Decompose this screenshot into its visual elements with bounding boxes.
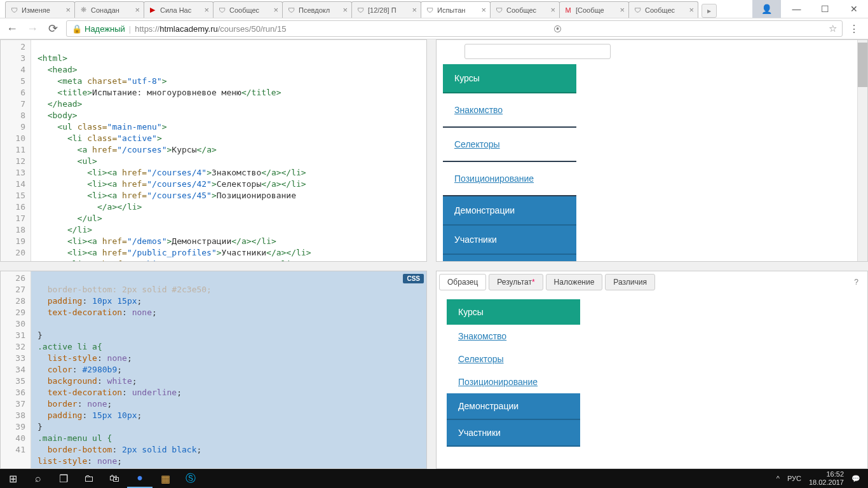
- translate-icon[interactable]: ⦿: [553, 24, 562, 34]
- tab-sample[interactable]: Образец: [439, 274, 486, 290]
- taskbar: ⊞ ⌕ ❐ 🗀 🛍 ● ▦ Ⓢ ^ РУС 16:52 18.02.2017 💬: [0, 469, 868, 488]
- tab-overlay[interactable]: Наложение: [546, 274, 603, 290]
- youtube-icon: ▶: [148, 6, 157, 15]
- clock[interactable]: 16:52 18.02.2017: [809, 470, 844, 487]
- scrollbar[interactable]: [857, 40, 867, 261]
- shield-icon: 🛡: [633, 6, 642, 15]
- system-tray: ^ РУС 16:52 18.02.2017 💬: [776, 470, 868, 487]
- browser-tab-active[interactable]: 🛡Испытан×: [421, 1, 491, 18]
- help-icon[interactable]: ?: [848, 274, 865, 290]
- css-editor-panel[interactable]: CSS 26272829303132333435363738394041 bor…: [0, 271, 427, 469]
- close-icon[interactable]: ×: [412, 5, 417, 15]
- lock-icon: 🔒 Надежный: [72, 24, 125, 34]
- shield-icon: 🛡: [494, 6, 503, 15]
- preview-input[interactable]: [465, 44, 611, 59]
- language-indicator[interactable]: РУС: [787, 475, 801, 482]
- tab-diff[interactable]: Различия: [605, 274, 655, 290]
- submenu-item[interactable]: Селекторы: [447, 348, 580, 370]
- url-field[interactable]: 🔒 Надежный | https://htmlacademy.ru/cour…: [66, 20, 843, 37]
- browser-tab[interactable]: ❋Сонадан×: [74, 1, 144, 18]
- window-controls: 👤 — ☐ ✕: [752, 0, 868, 18]
- sample-preview-panel: Образец Результат Наложение Различия ? К…: [436, 271, 868, 469]
- back-button[interactable]: ←: [5, 22, 19, 36]
- skype-icon[interactable]: Ⓢ: [178, 469, 203, 488]
- search-icon[interactable]: ⌕: [25, 469, 51, 488]
- submenu-item[interactable]: Позиционирование: [443, 162, 576, 196]
- menu-item-achievements[interactable]: Достижения: [443, 255, 576, 262]
- shield-icon: 🛡: [217, 6, 226, 15]
- tab-result[interactable]: Результат: [489, 274, 543, 290]
- browser-tab[interactable]: 🛡[12/28] П×: [351, 1, 421, 18]
- app-icon[interactable]: ▦: [153, 469, 178, 488]
- forward-button[interactable]: →: [25, 22, 39, 36]
- browser-tab[interactable]: M[Сообще×: [559, 1, 629, 18]
- menu-item-demos[interactable]: Демонстрации: [443, 196, 576, 226]
- browser-tab[interactable]: 🛡Сообщес×: [490, 1, 560, 18]
- html-code[interactable]: <html> <head> <meta charset="utf-8"> <ti…: [31, 40, 426, 262]
- shield-icon: 🛡: [287, 6, 295, 15]
- css-badge: CSS: [403, 274, 424, 283]
- close-icon[interactable]: ×: [204, 5, 209, 15]
- start-button[interactable]: ⊞: [0, 469, 25, 488]
- gmail-icon: M: [564, 6, 573, 15]
- star-icon[interactable]: ☆: [829, 23, 837, 34]
- menu-item-demos[interactable]: Демонстрации: [447, 393, 580, 420]
- browser-tab[interactable]: 🛡Сообщес×: [628, 1, 698, 18]
- shield-icon: 🛡: [10, 6, 18, 15]
- submenu-item[interactable]: Знакомство: [443, 93, 576, 128]
- tray-up-icon[interactable]: ^: [776, 475, 780, 482]
- css-code[interactable]: border-bottom: 2px solid #2c3e50; paddin…: [31, 271, 426, 469]
- reload-button[interactable]: ⟳: [46, 22, 60, 36]
- close-icon[interactable]: ×: [550, 5, 555, 15]
- menu-item-members[interactable]: Участники: [443, 226, 576, 255]
- close-icon[interactable]: ×: [689, 5, 694, 15]
- result-preview-panel: Курсы Знакомство Селекторы Позиционирова…: [436, 39, 868, 262]
- menu-icon[interactable]: ⋮: [849, 23, 863, 35]
- url-text: https://htmlacademy.ru/courses/50/run/15: [135, 24, 286, 34]
- preview-tab-row: Образец Результат Наложение Различия ?: [437, 271, 867, 290]
- close-window-button[interactable]: ✕: [839, 0, 868, 18]
- close-icon[interactable]: ×: [342, 5, 348, 15]
- maximize-button[interactable]: ☐: [811, 0, 839, 18]
- profile-icon[interactable]: 👤: [752, 0, 781, 18]
- close-icon[interactable]: ×: [135, 5, 140, 15]
- close-icon[interactable]: ×: [620, 5, 625, 15]
- task-view-icon[interactable]: ❐: [51, 469, 76, 488]
- address-bar: ← → ⟳ 🔒 Надежный | https://htmlacademy.r…: [0, 18, 868, 39]
- submenu-item[interactable]: Селекторы: [443, 128, 576, 162]
- minimize-button[interactable]: —: [782, 0, 811, 18]
- menu-item-members[interactable]: Участники: [447, 420, 580, 447]
- browser-tab-strip: 🛡Изменяе× ❋Сонадан× ▶Сила Нас× 🛡Сообщес×…: [0, 0, 868, 18]
- sample-menu: Курсы Знакомство Селекторы Позиционирова…: [447, 299, 580, 447]
- file-explorer-icon[interactable]: 🗀: [76, 469, 102, 488]
- line-gutter: 234567891011121314151617181920: [1, 40, 31, 261]
- result-menu: Курсы Знакомство Селекторы Позиционирова…: [443, 64, 576, 262]
- new-tab-button[interactable]: ▸: [702, 4, 717, 18]
- menu-item-courses[interactable]: Курсы: [447, 299, 580, 325]
- spinner-icon: ❋: [79, 6, 88, 15]
- page-content: 234567891011121314151617181920 <html> <h…: [0, 39, 868, 469]
- browser-tab[interactable]: ▶Сила Нас×: [144, 1, 214, 18]
- close-icon[interactable]: ×: [481, 5, 486, 15]
- submenu-item[interactable]: Позиционирование: [447, 370, 580, 393]
- browser-tab[interactable]: 🛡Сообщес×: [213, 1, 283, 18]
- close-icon[interactable]: ×: [273, 5, 278, 15]
- menu-item-courses[interactable]: Курсы: [443, 64, 576, 93]
- shield-icon: 🛡: [425, 6, 434, 15]
- store-icon[interactable]: 🛍: [102, 469, 127, 488]
- line-gutter: 26272829303132333435363738394041: [1, 271, 31, 468]
- html-editor-panel[interactable]: 234567891011121314151617181920 <html> <h…: [0, 39, 427, 262]
- submenu-item[interactable]: Знакомство: [447, 325, 580, 348]
- browser-tab[interactable]: 🛡Изменяе×: [5, 1, 75, 18]
- browser-tab[interactable]: 🛡Псевдокл×: [282, 1, 352, 18]
- chrome-icon[interactable]: ●: [127, 469, 153, 488]
- shield-icon: 🛡: [356, 6, 365, 15]
- notification-icon[interactable]: 💬: [851, 475, 860, 483]
- close-icon[interactable]: ×: [65, 5, 71, 15]
